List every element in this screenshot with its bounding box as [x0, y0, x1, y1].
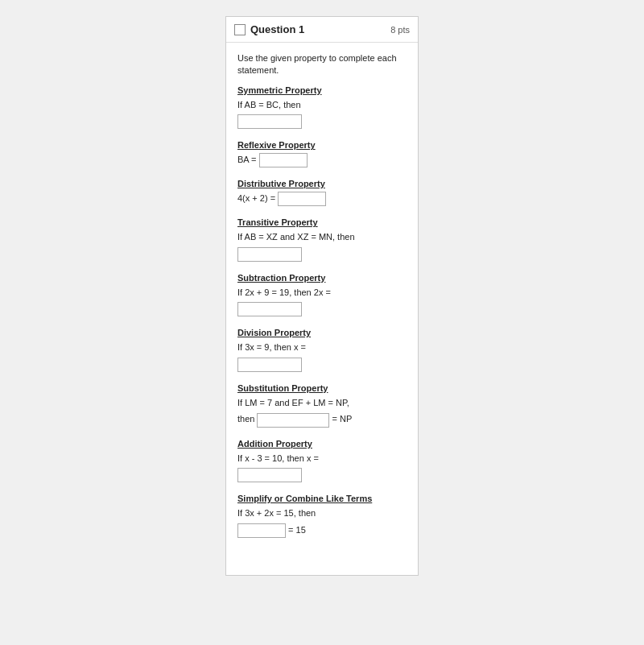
property-section-transitive: Transitive Property If AB = XZ and XZ = … [237, 217, 407, 262]
answer-input-distributive[interactable] [278, 192, 326, 206]
checkbox-icon[interactable] [234, 24, 246, 35]
property-name-reflexive: Reflexive Property [237, 140, 407, 150]
card-header: Question 1 8 pts [226, 17, 418, 43]
answer-input-division[interactable] [237, 358, 302, 372]
property-stmt-substitution-mid: then = NP [237, 412, 407, 427]
answer-input-symmetric[interactable] [237, 114, 302, 129]
question-title: Question 1 [250, 23, 304, 35]
property-section-addition: Addition Property If x - 3 = 10, then x … [237, 439, 407, 483]
property-stmt-reflexive: BA = [237, 153, 407, 167]
property-stmt-substitution-pre: If LM = 7 and EF + LM = NP, [237, 396, 407, 410]
pts-label: 8 pts [390, 25, 410, 35]
property-stmt-division: If 3x = 9, then x = [237, 341, 407, 354]
property-stmt-simplify-answer: = 15 [237, 523, 407, 538]
property-section-distributive: Distributive Property 4(x + 2) = [237, 179, 407, 206]
answer-input-reflexive[interactable] [259, 153, 308, 167]
property-stmt-distributive: 4(x + 2) = [237, 192, 407, 206]
property-name-subtraction: Subtraction Property [237, 273, 407, 283]
property-stmt-addition: If x - 3 = 10, then x = [237, 452, 407, 465]
card-body: Use the given property to complete each … [226, 43, 418, 559]
page-wrapper: Question 1 8 pts Use the given property … [0, 0, 644, 645]
answer-input-transitive[interactable] [237, 247, 302, 262]
property-name-symmetric: Symmetric Property [237, 85, 407, 95]
card-header-left: Question 1 [234, 23, 304, 35]
property-stmt-simplify: If 3x + 2x = 15, then [237, 506, 407, 520]
property-name-division: Division Property [237, 328, 407, 337]
answer-input-substitution[interactable] [257, 413, 329, 428]
answer-input-simplify[interactable] [237, 523, 286, 538]
property-section-simplify: Simplify or Combine Like Terms If 3x + 2… [237, 494, 407, 538]
instruction: Use the given property to complete each … [237, 52, 407, 77]
question-card: Question 1 8 pts Use the given property … [225, 16, 419, 576]
property-section-division: Division Property If 3x = 9, then x = [237, 328, 407, 372]
property-stmt-subtraction: If 2x + 9 = 19, then 2x = [237, 286, 407, 300]
property-section-substitution: Substitution Property If LM = 7 and EF +… [237, 383, 407, 428]
property-stmt-symmetric: If AB = BC, then [237, 98, 407, 112]
answer-input-subtraction[interactable] [237, 302, 302, 316]
property-name-substitution: Substitution Property [237, 383, 407, 393]
answer-input-addition[interactable] [237, 468, 302, 482]
property-section-symmetric: Symmetric Property If AB = BC, then [237, 85, 407, 130]
property-name-addition: Addition Property [237, 439, 407, 449]
property-stmt-transitive: If AB = XZ and XZ = MN, then [237, 230, 407, 244]
property-section-subtraction: Subtraction Property If 2x + 9 = 19, the… [237, 273, 407, 317]
property-name-distributive: Distributive Property [237, 179, 407, 188]
property-section-reflexive: Reflexive Property BA = [237, 140, 407, 167]
property-name-simplify: Simplify or Combine Like Terms [237, 494, 407, 503]
property-name-transitive: Transitive Property [237, 217, 407, 227]
